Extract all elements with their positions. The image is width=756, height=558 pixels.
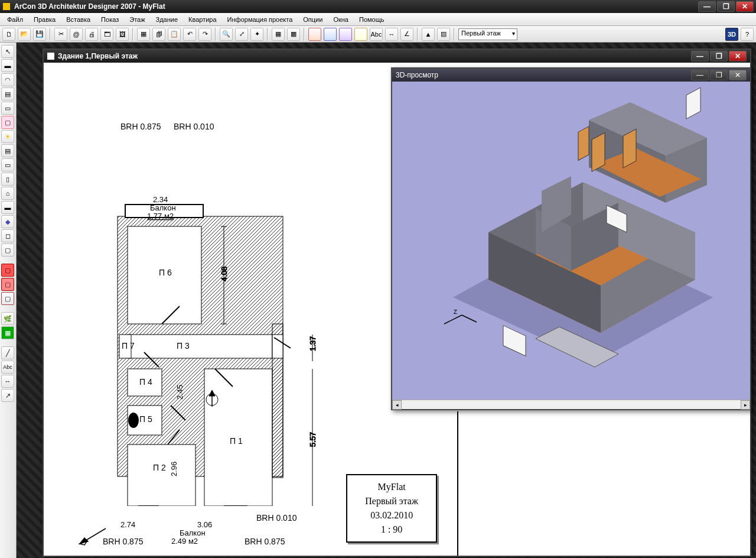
dim-306: 3.06 <box>197 520 212 529</box>
floor-icon[interactable]: ▭ <box>1 102 14 115</box>
text-icon[interactable]: Abc <box>370 28 383 41</box>
hatch-icon[interactable]: ▨ <box>437 28 450 41</box>
stairs-icon[interactable]: ▤ <box>1 144 14 157</box>
mail-icon[interactable]: @ <box>70 28 83 41</box>
scroll-left-icon[interactable]: ◂ <box>392 400 402 410</box>
menu-insert[interactable]: Вставка <box>61 14 95 25</box>
line-icon[interactable]: ╱ <box>1 346 14 359</box>
svg-rect-5 <box>128 445 195 506</box>
wall-icon[interactable]: ▬ <box>1 59 14 72</box>
terrain-icon[interactable]: ▦ <box>1 326 14 339</box>
picture-icon[interactable]: 🖼 <box>116 28 129 41</box>
label-p7: П 7 <box>122 341 135 351</box>
save-icon[interactable]: 💾 <box>33 28 46 41</box>
svg-text:z: z <box>454 307 457 316</box>
dimension-icon[interactable]: ↔ <box>385 28 398 41</box>
preview-window: 3D-просмотр — ❐ ✕ <box>391 67 751 410</box>
menu-file[interactable]: Файл <box>2 14 28 25</box>
redo-icon[interactable]: ↷ <box>198 28 211 41</box>
menu-view[interactable]: Показ <box>96 14 123 25</box>
menu-windows[interactable]: Окна <box>328 14 353 25</box>
color4-icon[interactable] <box>354 28 367 41</box>
column-icon[interactable]: ▯ <box>1 173 14 186</box>
room-icon[interactable]: ▢ <box>1 116 14 129</box>
app-title: ArCon 3D Architektur Designer 2007 - MyF… <box>14 2 165 11</box>
text-tool-icon[interactable]: Abc <box>1 361 14 374</box>
wall-type-icon[interactable]: ▤ <box>1 87 14 100</box>
doc-maximize-button[interactable]: ❐ <box>710 51 728 61</box>
close-button[interactable]: ✕ <box>736 1 754 12</box>
main-toolbar: 🗋 📂 💾 ✂ @ 🖨 🗔 🖼 ▦ 🗐 📋 ↶ ↷ 🔍 ⤢ ✦ ▦ ▩ Abc … <box>0 26 756 43</box>
compass-icon[interactable]: ✦ <box>250 28 263 41</box>
minimize-button[interactable]: — <box>698 1 716 12</box>
color1-icon[interactable] <box>308 28 321 41</box>
preview-minimize-button[interactable]: — <box>691 70 709 80</box>
menu-floor[interactable]: Этаж <box>125 14 149 25</box>
help-pointer-icon[interactable]: ? <box>741 28 754 41</box>
roof-icon[interactable]: ⌂ <box>1 187 14 200</box>
floor-plan: П 6 П 7 П 3 П 4 П 5 П 2 П 1 2.34 Балкон … <box>73 128 327 506</box>
menu-apartment[interactable]: Квартира <box>184 14 221 25</box>
svg-rect-9 <box>272 335 283 358</box>
sun-icon[interactable]: ☀ <box>1 130 14 143</box>
info-scale: 1 : 90 <box>365 523 418 537</box>
document-titlebar: Здание 1,Первый этаж — ❐ ✕ <box>44 50 750 63</box>
zoom-icon[interactable]: 🔍 <box>220 28 233 41</box>
label-p2: П 2 <box>153 463 166 472</box>
door-icon[interactable]: ▢ <box>1 244 14 257</box>
preview-close-button[interactable]: ✕ <box>729 70 747 80</box>
menu-options[interactable]: Опции <box>298 14 327 25</box>
maximize-button[interactable]: ❐ <box>717 1 735 12</box>
app-icon <box>2 2 11 11</box>
window-red-icon[interactable]: ▢ <box>1 278 14 291</box>
print-icon[interactable]: 🖨 <box>85 28 98 41</box>
menu-project-info[interactable]: Информация проекта <box>223 14 298 25</box>
angle-icon[interactable]: ∠ <box>400 28 413 41</box>
slab-icon[interactable]: ▭ <box>1 158 14 171</box>
copy-icon[interactable]: 🗐 <box>152 28 165 41</box>
layers-icon[interactable]: ▦ <box>137 28 150 41</box>
svg-line-53 <box>444 315 462 324</box>
preview-icon[interactable]: 🗔 <box>100 28 113 41</box>
color2-icon[interactable] <box>324 28 337 41</box>
preview-viewport[interactable]: z <box>392 82 750 400</box>
svg-rect-49 <box>592 132 605 171</box>
measure-icon[interactable]: ↗ <box>1 389 14 402</box>
preview-titlebar: 3D-просмотр — ❐ ✕ <box>392 69 750 82</box>
undo-icon[interactable]: ↶ <box>183 28 196 41</box>
brh-bottom-2: BRH 0.875 <box>245 537 285 546</box>
menu-edit[interactable]: Правка <box>29 14 60 25</box>
doc-close-button[interactable]: ✕ <box>729 51 747 61</box>
paste-icon[interactable]: 📋 <box>168 28 181 41</box>
balcony-top-area: 1.77 м2 <box>147 212 174 220</box>
cut-icon[interactable]: ✂ <box>54 28 67 41</box>
preview-maximize-button[interactable]: ❐ <box>710 70 728 80</box>
new-icon[interactable]: 🗋 <box>2 28 15 41</box>
beam-icon[interactable]: ▬ <box>1 201 14 214</box>
snap-icon[interactable]: ▩ <box>287 28 300 41</box>
svg-point-16 <box>128 413 139 428</box>
pointer-icon[interactable]: ▲ <box>422 28 435 41</box>
floor-dropdown[interactable]: Первый этаж <box>458 28 517 40</box>
svg-rect-2 <box>128 335 272 358</box>
svg-line-54 <box>462 315 477 322</box>
dim-tool-icon[interactable]: ↔ <box>1 375 14 388</box>
menu-help[interactable]: Помощь <box>354 14 389 25</box>
zoom-fit-icon[interactable]: ⤢ <box>235 28 248 41</box>
arc-wall-icon[interactable]: ◠ <box>1 73 14 86</box>
menu-building[interactable]: Здание <box>151 14 183 25</box>
scroll-right-icon[interactable]: ▸ <box>741 400 750 410</box>
door-red-icon[interactable]: ▢ <box>1 264 14 277</box>
select-icon[interactable]: ↖ <box>1 45 14 58</box>
mode-3d-button[interactable]: 3D <box>725 28 738 41</box>
furniture-icon[interactable]: ◻ <box>1 229 14 242</box>
object-icon[interactable]: ◆ <box>1 215 14 228</box>
plant-icon[interactable]: 🌿 <box>1 312 14 325</box>
preview-h-scrollbar[interactable]: ◂ ▸ <box>392 400 750 409</box>
color3-icon[interactable] <box>339 28 352 41</box>
doc-minimize-button[interactable]: — <box>691 51 709 61</box>
svg-rect-43 <box>686 87 700 119</box>
opening-icon[interactable]: ▢ <box>1 292 14 305</box>
grid-icon[interactable]: ▦ <box>272 28 285 41</box>
open-icon[interactable]: 📂 <box>18 28 31 41</box>
